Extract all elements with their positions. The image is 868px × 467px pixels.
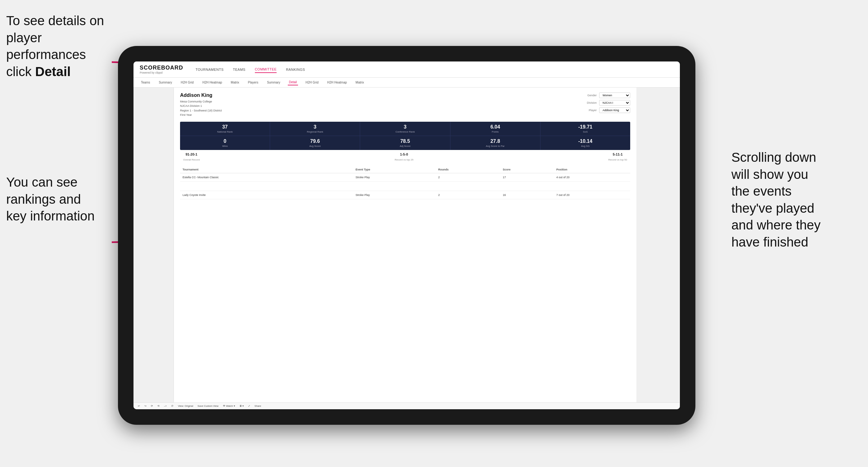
player-year: First Year [180,113,192,117]
right-panel [637,88,680,402]
stat-wins: 0 Wins [180,136,270,150]
toolbar-redo[interactable]: ↪ [144,405,147,407]
stat-regional-rank: 3 Regional Rank [270,122,360,136]
division-row: Division NJCAA I [581,100,630,105]
left-panel [133,88,174,402]
col-score: Score [500,166,554,173]
cell-tournament-3: Lady Coyote Invite [180,191,353,199]
stats-row-2: 0 Wins 79.6 Avg Score 78.5 Adj Score 2 [180,136,630,150]
cell-position-3: 7 out of 20 [554,191,630,199]
toolbar-watch[interactable]: 👁 Watch ▾ [223,405,235,407]
sub-nav-summary2[interactable]: Summary [266,80,282,85]
stat-avg-sg-label: Avg SG [542,145,628,148]
cell-event-type-3: Stroke Play [353,191,436,199]
cell-rounds-3: 2 [436,191,500,199]
stat-avg-score-par-value: 27.8 [452,138,538,144]
toolbar-expand[interactable]: ⤢ [248,405,250,407]
cell-rounds-1: 2 [436,173,500,181]
stat-points-value: 6.04 [452,124,538,130]
main-content: Addison King Mesa Community College NJCA… [174,88,637,402]
toolbar-share[interactable]: Share [254,405,261,407]
stat-points-label: Points [452,130,538,133]
player-info: Addison King Mesa Community College NJCA… [180,93,222,117]
stat-national-rank: 37 National Rank [180,122,270,136]
records-row: 91-20-1 Overall Record 1-5-0 Record vs t… [180,152,630,162]
nav-committee[interactable]: COMMITTEE [255,66,277,73]
table-row: Lady Coyote Invite Stroke Play 2 16 7 ou… [180,191,630,199]
annotation-bottomleft: You can see rankings and key information [6,174,124,225]
toolbar-view-original[interactable]: View: Original [178,405,193,407]
share-label: Share [254,405,261,407]
record-top50-label: Record vs top 50 [609,158,627,161]
stat-sos-label: SoS [542,130,628,133]
annotation-line2: player performances [6,30,86,62]
toolbar-time[interactable]: ⏱ [171,405,174,407]
stat-avg-sg: -10.14 Avg SG [540,136,630,150]
annotation-bl-line2: rankings and [6,192,81,207]
toolbar-undo[interactable]: ↩ [138,405,140,407]
stat-wins-label: Wins [182,145,268,148]
sub-nav-matrix[interactable]: Matrix [229,80,240,85]
annotation-line1: To see details on [6,13,104,28]
table-header-row: Tournament Event Type Rounds Score Posit… [180,166,630,173]
content-area: Addison King Mesa Community College NJCA… [133,88,680,402]
record-overall-label: Overall Record [183,158,199,161]
annotation-bottomright: Scrolling down will show you the events … [732,149,862,251]
stat-adj-score-label: Adj Score [362,145,448,148]
annotation-topleft: To see details on player performances cl… [6,12,124,80]
gender-select[interactable]: Women [599,93,630,98]
cell-empty-2 [353,181,436,191]
cell-empty-3 [436,181,500,191]
nav-tournaments[interactable]: TOURNAMENTS [195,66,223,73]
player-controls: Gender Women Division NJCAA I [581,93,630,117]
annotation-line3: click [6,64,35,79]
sub-nav-h2h-grid2[interactable]: H2H Grid [304,80,320,85]
annotation-bold: Detail [35,64,70,79]
annotation-bl-line1: You can see [6,175,78,189]
record-top25-value: 1-5-0 [395,152,413,156]
stat-avg-score: 79.6 Avg Score [270,136,360,150]
stat-adj-score-value: 78.5 [362,138,448,144]
cell-score-3: 16 [500,191,554,199]
toolbar-refresh[interactable]: ⟳ [151,405,153,407]
stat-conference-rank: 3 Conference Rank [360,122,450,136]
sub-nav-matrix2[interactable]: Matrix [354,80,365,85]
cell-score-1: 17 [500,173,554,181]
toolbar-zoom[interactable]: –+ [164,405,167,407]
view-original-label: View: Original [178,405,193,407]
stat-conference-rank-label: Conference Rank [362,130,448,133]
toolbar-save-custom[interactable]: Save Custom View [197,405,218,407]
tournament-table: Tournament Event Type Rounds Score Posit… [180,166,630,199]
stat-national-rank-value: 37 [182,124,268,130]
stat-avg-sg-value: -10.14 [542,138,628,144]
toolbar-back[interactable]: ⟲ [157,405,160,407]
logo-text: SCOREBOARD [140,65,183,71]
sub-nav-players[interactable]: Players [247,80,259,85]
stat-regional-rank-label: Regional Rank [272,130,358,133]
sub-nav-h2h-heatmap[interactable]: H2H Heatmap [201,80,223,85]
annotation-br-line5: and where they [732,218,820,232]
table-row: Estella CC- Mountain Classic Stroke Play… [180,173,630,181]
player-select[interactable]: Addison King [599,107,630,113]
toolbar-display[interactable]: 🖥 ▾ [239,405,244,407]
stat-avg-score-par: 27.8 Avg Score to Par [451,136,540,150]
col-position: Position [554,166,630,173]
col-rounds: Rounds [436,166,500,173]
sub-nav-h2h-heatmap2[interactable]: H2H Heatmap [326,80,348,85]
sub-nav-teams[interactable]: Teams [140,80,151,85]
tablet-screen: SCOREBOARD Powered by clippd TOURNAMENTS… [133,61,680,409]
division-select[interactable]: NJCAA I [599,100,630,105]
nav-rankings[interactable]: RANKINGS [286,66,305,73]
gender-label: Gender [581,94,597,97]
annotation-br-line6: have finished [732,235,808,249]
nav-teams[interactable]: TEAMS [233,66,245,73]
stat-avg-score-par-label: Avg Score to Par [452,145,538,148]
cell-event-type-1: Stroke Play [353,173,436,181]
sub-nav-h2h-grid[interactable]: H2H Grid [180,80,195,85]
annotation-bl-line3: key information [6,209,95,223]
sub-nav-summary[interactable]: Summary [157,80,173,85]
app-header: SCOREBOARD Powered by clippd TOURNAMENTS… [133,61,680,77]
stat-adj-score: 78.5 Adj Score [360,136,450,150]
sub-nav-detail[interactable]: Detail [288,80,298,85]
tablet-device: SCOREBOARD Powered by clippd TOURNAMENTS… [118,46,695,425]
